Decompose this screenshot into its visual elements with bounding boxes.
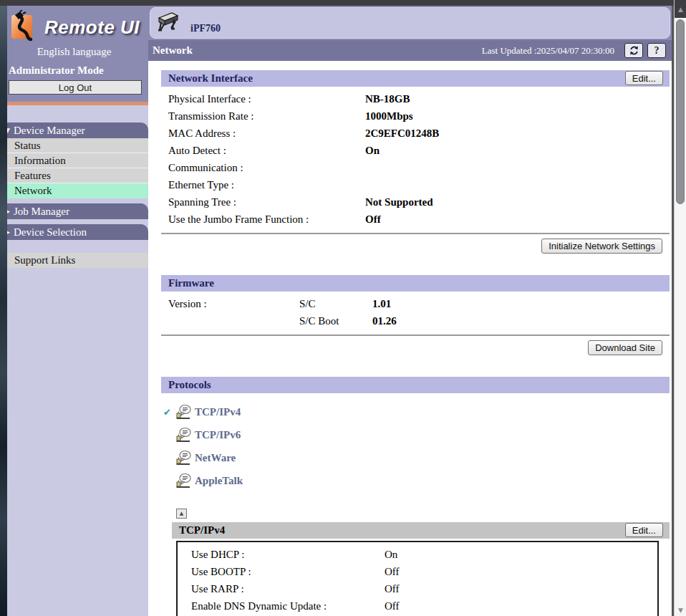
field-value: NB-18GB [365,93,410,105]
protocols-header: Protocols [161,377,670,393]
field-value: 2C9EFC01248B [365,127,439,140]
field-value: On [365,145,380,157]
tcp-ipv4-section: TCP/IPv4 Edit... Use DHCP :On Use BOOTP … [172,522,670,616]
table-row: Spanning Tree :Not Supported [161,193,670,211]
field-value: On [385,549,397,561]
sidebar-item-information[interactable]: Information [0,153,148,168]
network-interface-header: Network Interface Edit... [161,70,670,87]
remote-ui-logo-icon [9,10,37,44]
logo: Remote UI [0,10,148,44]
table-row: Enable DNS Dynamic Update :Off [178,597,657,615]
protocol-link-netware[interactable]: NetWare [195,452,236,464]
field-label: Version : [161,298,299,310]
field-label: Use the Jumbo Frame Function : [161,213,365,226]
tcp-ipv4-edit-button[interactable]: Edit... [625,523,663,537]
table-row: Use DHCP :On [178,546,657,563]
download-site-button[interactable]: Download Site [588,340,662,355]
list-item: NetWare [161,446,670,469]
sidebar-group-device-selection[interactable]: ▶ Device Selection [0,224,148,240]
table-row: MAC Address :2C9EFC01248B [161,125,670,142]
table-row: Use the Jumbo Frame Function :Off [161,211,670,228]
table-row: Ethernet Type : [161,176,670,193]
field-label: Communication : [161,162,365,174]
field-label: Physical Interface : [161,93,365,105]
table-row: Use BOOTP :Off [178,563,657,580]
network-interface-rows: Physical Interface :NB-18GB Transmission… [161,87,670,228]
field-value: Off [365,213,381,226]
network-interface-edit-button[interactable]: Edit... [625,71,663,85]
protocol-balloon-icon [175,450,191,466]
initialize-network-settings-button[interactable]: Initialize Network Settings [541,239,662,254]
tcp-ipv4-detail-box: Use DHCP :On Use BOOTP :Off Use RARP :Of… [176,541,659,616]
field-label: Spanning Tree : [161,196,365,208]
sidebar-group-job-manager[interactable]: ▶ Job Manager [0,203,148,219]
last-updated-label: Last Updated :2025/04/07 20:30:00 [482,45,614,57]
sidebar-group-device-manager[interactable]: ▼ Device Manager [0,122,148,138]
list-item: AppleTalk [161,469,670,492]
field-label: Use RARP : [178,583,385,595]
sidebar-item-network[interactable]: Network [0,183,148,198]
sidebar-header: Remote UI English language Administrator… [0,6,148,102]
protocol-link-tcp-ipv4[interactable]: TCP/IPv4 [195,406,241,418]
printer-icon [155,9,180,37]
field-label: Ethernet Type : [161,179,365,191]
device-name: iPF760 [190,23,221,34]
field-label: Enable DNS Dynamic Update : [178,600,385,612]
vertical-scrollbar[interactable]: ▲ ▼ [674,0,686,616]
device-banner: iPF760 [148,6,672,40]
table-row: Communication : [161,159,670,176]
collapse-button[interactable]: ▲ [176,509,187,519]
list-item: TCP/IPv6 [161,423,670,446]
sidebar-item-features[interactable]: Features [0,168,148,183]
remote-ui-window: Remote UI English language Administrator… [0,0,686,616]
field-label: Use BOOTP : [178,566,385,578]
scroll-down-button[interactable]: ▼ [675,605,686,615]
sidebar-item-status[interactable]: Status [0,138,148,153]
up-triangle-icon: ▲ [180,511,183,516]
scrollbar-thumb[interactable] [676,19,685,204]
section-title: TCP/IPv4 [172,524,225,536]
scroll-up-button[interactable]: ▲ [675,0,686,18]
menu-gap [0,219,148,224]
protocol-link-appletalk[interactable]: AppleTalk [195,475,243,487]
admin-mode-label: Administrator Mode [9,64,148,77]
group-label: Job Manager [14,206,69,218]
help-button[interactable]: ? [647,43,666,58]
field-label: Use DHCP : [178,549,385,561]
table-row: Physical Interface :NB-18GB [161,90,670,107]
section-title: Protocols [161,379,211,391]
logout-button[interactable]: Log Out [9,80,142,95]
firmware-header: Firmware [161,275,670,292]
initialize-row: Initialize Network Settings [161,239,670,254]
field-label: MAC Address : [161,127,365,140]
device-banner-box: iPF760 [150,7,670,39]
section-gap [161,356,670,377]
sidebar-menu: ▼ Device Manager Status Information Feat… [0,122,148,268]
group-label: Device Selection [14,226,87,239]
protocol-list: ✔ TCP/IPv4 TCP/IPv6 [161,393,670,492]
main-panel: iPF760 Network Last Updated :2025/04/07 … [148,6,672,616]
section-gap [161,254,670,275]
download-row: Download Site [161,340,670,356]
page-title: Network [153,44,482,57]
table-row: Version :S/C1.01 [161,295,670,312]
logo-title: Remote UI [44,16,140,39]
firmware-component: S/C Boot [299,315,372,327]
refresh-button[interactable] [624,43,643,58]
table-row: S/C Boot01.26 [161,312,670,329]
field-value: Off [385,583,400,595]
table-row: Transmission Rate :1000Mbps [161,107,670,125]
field-value: 1.01 [372,298,391,310]
field-value: 1000Mbps [365,110,413,122]
section-title: Firmware [161,277,214,289]
table-row: Use RARP :Off [178,580,657,597]
protocol-link-tcp-ipv6[interactable]: TCP/IPv6 [195,429,241,441]
sidebar: Remote UI English language Administrator… [0,6,148,616]
down-triangle-icon: ▼ [678,607,683,614]
sidebar-item-support-links[interactable]: Support Links [0,253,148,268]
group-label: Device Manager [14,125,85,137]
section-rule [161,233,670,234]
table-row: Auto Detect :On [161,142,670,159]
up-triangle-icon: ▲ [678,6,683,13]
protocol-balloon-icon [175,404,191,420]
